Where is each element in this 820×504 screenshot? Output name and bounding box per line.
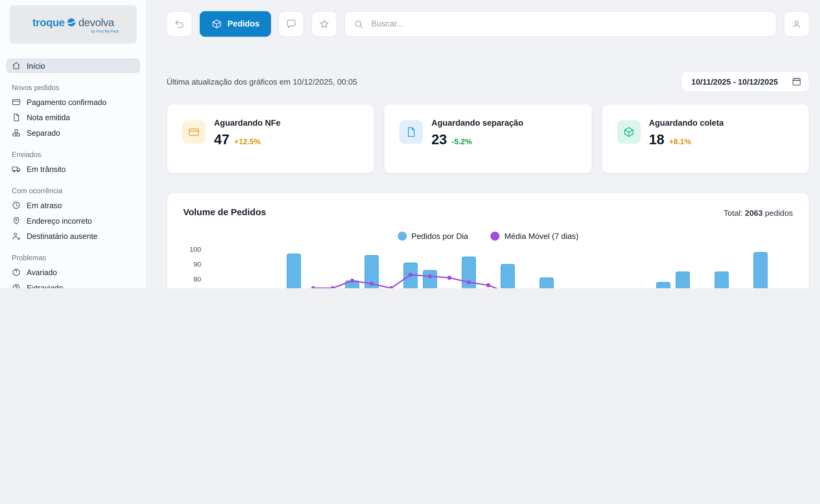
sidebar-item-label: Extraviado bbox=[26, 284, 63, 288]
sidebar: troque devolva by Find My Pack Início No… bbox=[0, 0, 147, 288]
search-icon bbox=[354, 19, 364, 29]
date-range-picker[interactable]: 10/11/2025 - 10/12/2025 bbox=[681, 71, 809, 92]
stats-row: Aguardando NFe 47 +12.5% Aguardando sepa… bbox=[167, 104, 810, 173]
stat-delta: -5.2% bbox=[452, 137, 472, 146]
credit-card-icon bbox=[12, 97, 21, 107]
stat-delta: +12.5% bbox=[234, 137, 261, 146]
sidebar-item-avariado[interactable]: Avariado bbox=[6, 265, 140, 279]
map-pin-x-icon bbox=[12, 216, 21, 225]
line-point bbox=[447, 276, 451, 280]
stat-value: 18 bbox=[649, 131, 664, 148]
help-circle-icon bbox=[12, 283, 21, 288]
line-point bbox=[331, 286, 335, 288]
sidebar-item-pagamento-confirmado[interactable]: Pagamento confirmado bbox=[6, 95, 140, 109]
stat-title: Aguardando separação bbox=[432, 118, 523, 128]
sidebar-item-label: Separado bbox=[26, 128, 60, 137]
chart-total-value: 2063 bbox=[745, 208, 762, 217]
stat-card-aguardando-separacao: Aguardando separação 23 -5.2% bbox=[384, 104, 592, 173]
legend-dot-blue bbox=[398, 232, 407, 241]
document-icon bbox=[12, 113, 21, 122]
home-icon bbox=[12, 61, 21, 70]
sidebar-item-em-transito[interactable]: Em trânsito bbox=[6, 162, 140, 176]
sidebar-item-inicio[interactable]: Início bbox=[6, 58, 140, 73]
volume-pedidos-chart: 010203040506070809010010 de nov.11 de no… bbox=[183, 244, 793, 288]
truck-icon bbox=[12, 165, 21, 174]
app: troque devolva by Find My Pack Início No… bbox=[0, 0, 820, 288]
sidebar-section-com-ocorrencia: Com ocorrência bbox=[12, 187, 135, 195]
account-button[interactable] bbox=[784, 11, 809, 37]
package-icon bbox=[617, 120, 640, 144]
stat-value: 23 bbox=[432, 131, 447, 148]
sidebar-item-destinatario-ausente[interactable]: Destinatário ausente bbox=[6, 229, 140, 243]
stat-delta: +8.1% bbox=[669, 137, 691, 146]
back-arrow-icon bbox=[174, 19, 185, 29]
search-input[interactable] bbox=[370, 19, 767, 29]
legend-dot-purple bbox=[491, 232, 500, 241]
stat-card-aguardando-coleta: Aguardando coleta 18 +8.1% bbox=[601, 104, 809, 173]
chart-title: Volume de Pedidos bbox=[183, 207, 266, 218]
pedidos-button-label: Pedidos bbox=[227, 19, 259, 29]
sidebar-item-nota-emitida[interactable]: Nota emitida bbox=[6, 110, 140, 124]
sidebar-item-label: Em trânsito bbox=[26, 165, 65, 173]
clock-icon bbox=[12, 201, 21, 210]
sidebar-item-label: Em atraso bbox=[26, 201, 62, 209]
line-point bbox=[467, 280, 471, 284]
content: Última atualização dos gráficos em 10/12… bbox=[147, 37, 820, 288]
sidebar-section-novos-pedidos: Novos pedidos bbox=[12, 84, 135, 92]
last-update-text: Última atualização dos gráficos em 10/12… bbox=[167, 77, 357, 86]
damaged-package-icon bbox=[12, 268, 21, 277]
logo-word-troque: troque bbox=[32, 16, 65, 28]
sidebar-nav: Início Novos pedidos Pagamento confirmad… bbox=[0, 58, 146, 288]
logo-mark-icon bbox=[66, 17, 77, 28]
logo-tagline: by Find My Pack bbox=[91, 29, 119, 33]
favorites-button[interactable] bbox=[312, 11, 337, 37]
user-icon bbox=[791, 19, 802, 29]
topbar: Pedidos bbox=[147, 0, 820, 37]
calendar-icon bbox=[792, 77, 801, 86]
bar bbox=[754, 252, 767, 288]
boxes-icon bbox=[12, 128, 21, 138]
sidebar-item-endereco-incorreto[interactable]: Endereço incorreto bbox=[6, 214, 140, 228]
logo-word-devolva: devolva bbox=[79, 16, 114, 28]
sidebar-item-separado[interactable]: Separado bbox=[6, 126, 140, 140]
line-point bbox=[311, 286, 315, 288]
sidebar-section-enviados: Enviados bbox=[12, 151, 135, 159]
bar bbox=[715, 272, 728, 288]
sidebar-item-label: Pagamento confirmado bbox=[26, 98, 106, 106]
star-icon bbox=[319, 19, 330, 29]
bar bbox=[657, 282, 670, 288]
credit-card-icon bbox=[182, 120, 205, 144]
chat-icon bbox=[286, 19, 297, 29]
sidebar-item-label: Início bbox=[26, 61, 45, 70]
line-point bbox=[350, 278, 354, 283]
sidebar-item-label: Endereço incorreto bbox=[26, 216, 92, 225]
line-point bbox=[486, 283, 490, 287]
document-icon bbox=[400, 120, 423, 144]
stat-card-aguardando-nfe: Aguardando NFe 47 +12.5% bbox=[167, 104, 375, 173]
search-bar bbox=[345, 11, 776, 37]
sidebar-item-extraviado[interactable]: Extraviado bbox=[6, 281, 140, 288]
bar bbox=[423, 270, 437, 288]
logo[interactable]: troque devolva by Find My Pack bbox=[9, 5, 137, 44]
stat-value: 47 bbox=[214, 131, 230, 148]
date-range-value: 10/11/2025 - 10/12/2025 bbox=[691, 77, 778, 86]
svg-text:80: 80 bbox=[194, 275, 201, 283]
svg-text:90: 90 bbox=[194, 261, 201, 268]
sidebar-item-em-atraso[interactable]: Em atraso bbox=[6, 198, 140, 212]
sidebar-item-label: Avariado bbox=[26, 268, 57, 277]
chart-legend: Pedidos por Dia Média Móvel (7 dias) bbox=[183, 232, 793, 241]
legend-label: Média Móvel (7 dias) bbox=[504, 232, 579, 241]
legend-label: Pedidos por Dia bbox=[411, 232, 468, 241]
sidebar-item-label: Nota emitida bbox=[26, 113, 70, 122]
svg-text:100: 100 bbox=[190, 246, 201, 253]
bar bbox=[501, 264, 515, 288]
chat-button[interactable] bbox=[279, 11, 304, 37]
back-button[interactable] bbox=[167, 11, 192, 37]
chart-total-prefix: Total: bbox=[724, 208, 743, 217]
sidebar-item-label: Destinatário ausente bbox=[26, 232, 97, 240]
chart-total: Total: 2063 pedidos bbox=[724, 208, 793, 217]
stat-title: Aguardando coleta bbox=[649, 118, 724, 128]
meta-row: Última atualização dos gráficos em 10/12… bbox=[167, 71, 810, 92]
pedidos-button[interactable]: Pedidos bbox=[200, 11, 271, 37]
line-point bbox=[428, 274, 432, 278]
